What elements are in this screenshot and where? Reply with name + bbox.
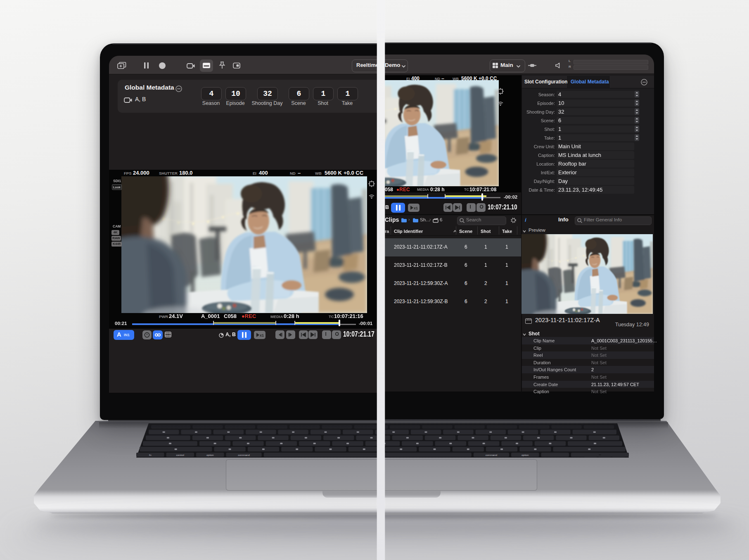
svg-text:x1: x1 (260, 333, 264, 337)
svg-text:x1: x1 (414, 206, 418, 210)
